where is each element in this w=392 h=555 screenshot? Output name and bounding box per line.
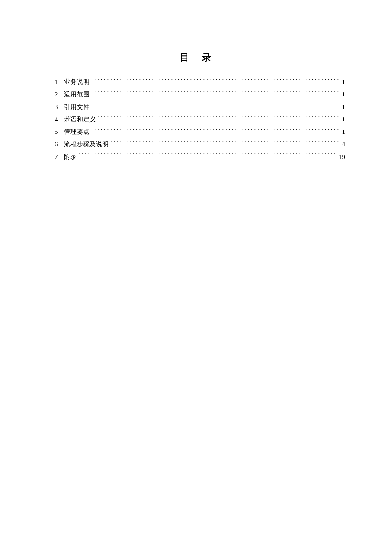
toc-entry-number: 5 (55, 126, 64, 138)
toc-entry-page: 1 (340, 113, 346, 126)
toc-entry-page: 1 (340, 76, 346, 88)
toc-entry-page: 4 (340, 138, 346, 150)
page-title: 目 录 (51, 51, 345, 64)
toc-leader-dots (78, 153, 337, 159)
toc-entry-number: 7 (55, 151, 64, 163)
toc-entry-page: 1 (340, 88, 346, 101)
toc-entry: 1 业务说明 1 (51, 76, 345, 88)
table-of-contents: 1 业务说明 1 2 适用范围 1 3 引用文件 1 4 术语和定义 1 5 管… (51, 76, 345, 163)
toc-entry-label: 术语和定义 (64, 113, 98, 126)
toc-entry-number: 3 (55, 101, 64, 113)
toc-entry: 2 适用范围 1 (51, 88, 345, 101)
toc-entry-label: 管理要点 (64, 126, 91, 138)
toc-leader-dots (91, 78, 340, 84)
toc-entry-label: 引用文件 (64, 101, 91, 113)
toc-entry-label: 流程步骤及说明 (64, 138, 110, 150)
toc-leader-dots (91, 127, 340, 134)
toc-leader-dots (91, 90, 340, 96)
toc-entry: 6 流程步骤及说明 4 (51, 138, 345, 150)
toc-leader-dots (98, 115, 340, 121)
toc-entry: 4 术语和定义 1 (51, 113, 345, 126)
toc-entry-page: 19 (337, 151, 345, 163)
toc-entry-label: 附录 (64, 151, 78, 163)
toc-entry: 5 管理要点 1 (51, 126, 345, 138)
toc-entry-page: 1 (340, 126, 346, 138)
toc-leader-dots (110, 140, 340, 146)
toc-leader-dots (91, 103, 340, 109)
toc-entry: 3 引用文件 1 (51, 101, 345, 113)
toc-entry: 7 附录 19 (51, 151, 345, 163)
toc-entry-page: 1 (340, 101, 346, 113)
toc-entry-label: 适用范围 (64, 88, 91, 101)
toc-entry-number: 6 (55, 138, 64, 150)
toc-entry-number: 1 (55, 76, 64, 88)
toc-entry-number: 4 (55, 113, 64, 126)
toc-entry-number: 2 (55, 88, 64, 101)
toc-entry-label: 业务说明 (64, 76, 91, 88)
